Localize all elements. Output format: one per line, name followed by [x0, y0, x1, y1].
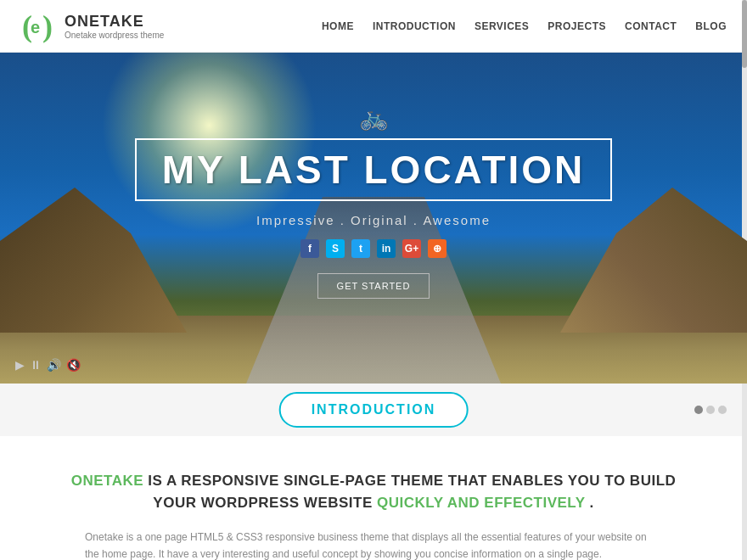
social-icons: f S t in G+ ⊕ — [300, 239, 447, 258]
nav-home[interactable]: HOME — [322, 20, 354, 32]
intro-headline: ONETAKE IS A RESPONSIVE SINGLE-PAGE THEM… — [51, 470, 696, 513]
dot-2[interactable] — [706, 406, 715, 414]
rss-icon[interactable]: ⊕ — [428, 239, 447, 258]
svg-text:e: e — [31, 18, 40, 36]
intro-body: Onetake is a one page HTML5 & CSS3 respo… — [85, 529, 662, 560]
nav-introduction[interactable]: INTRODUCTION — [373, 20, 456, 32]
hero-subtitle: Impressive . Original . Awesome — [256, 213, 491, 227]
play-button[interactable]: ▶ — [15, 358, 25, 372]
nav-contact[interactable]: CONTACT — [625, 20, 677, 32]
mute-button[interactable]: 🔇 — [66, 358, 81, 372]
hero-section: 🚲 MY LAST LOCATION Impressive . Original… — [0, 53, 747, 384]
dot-1[interactable] — [694, 406, 703, 414]
logo-area: ( e ) ONETAKE Onetake wordpress theme — [20, 8, 164, 45]
nav-services[interactable]: SERVICES — [475, 20, 529, 32]
intro-badge[interactable]: INTRODUCTION — [279, 392, 469, 428]
hero-content: 🚲 MY LAST LOCATION Impressive . Original… — [0, 53, 747, 299]
nav-projects[interactable]: PROJECTS — [548, 20, 606, 32]
brand-name: ONETAKE — [71, 473, 143, 489]
header: ( e ) ONETAKE Onetake wordpress theme HO… — [0, 0, 747, 53]
hero-title: MY LAST LOCATION — [162, 148, 586, 192]
slider-controls: ▶ ⏸ 🔊 🔇 — [15, 358, 81, 372]
google-plus-icon[interactable]: G+ — [402, 239, 421, 258]
intro-section: ONETAKE IS A RESPONSIVE SINGLE-PAGE THEM… — [0, 436, 747, 560]
volume-button[interactable]: 🔊 — [47, 358, 61, 372]
facebook-icon[interactable]: f — [300, 239, 319, 258]
logo-icon: ( e ) — [20, 8, 58, 45]
main-nav: HOME INTRODUCTION SERVICES PROJECTS CONT… — [322, 20, 727, 32]
headline-end: . — [589, 495, 593, 511]
headline-highlight: QUICKLY AND EFFECTIVELY — [377, 495, 585, 511]
logo-name: ONETAKE — [65, 13, 164, 31]
pause-button[interactable]: ⏸ — [30, 358, 42, 372]
svg-text:): ) — [42, 9, 53, 43]
cta-button[interactable]: GET STARTED — [317, 273, 430, 299]
logo-tagline: Onetake wordpress theme — [65, 31, 164, 40]
bike-icon: 🚲 — [359, 104, 389, 132]
dot-3[interactable] — [718, 406, 727, 414]
twitter-icon[interactable]: t — [351, 239, 370, 258]
logo-text-area: ONETAKE Onetake wordpress theme — [65, 13, 164, 40]
slider-dots — [694, 406, 727, 414]
skype-icon[interactable]: S — [326, 239, 345, 258]
nav-blog[interactable]: BLOG — [695, 20, 727, 32]
linkedin-icon[interactable]: in — [377, 239, 396, 258]
hero-title-box: MY LAST LOCATION — [135, 138, 613, 201]
section-banner: INTRODUCTION — [0, 384, 747, 436]
